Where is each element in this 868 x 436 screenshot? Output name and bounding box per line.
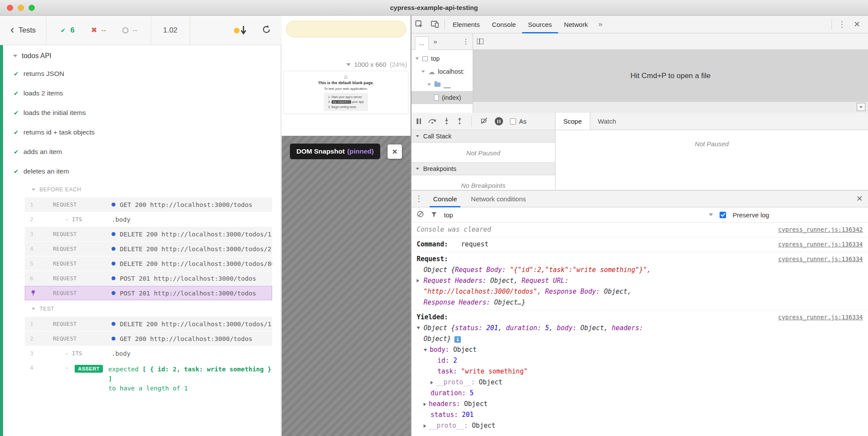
object-preview[interactable]: Object {Request Body: "{"id":2,"task":"w…	[417, 265, 772, 308]
devtools-close-icon[interactable]: ✕	[850, 20, 864, 29]
section-header-test[interactable]: TEST	[31, 304, 281, 314]
test-item[interactable]: ✔ deletes an item	[3, 161, 281, 181]
console-object-property[interactable]: body: Object	[417, 344, 772, 355]
deactivate-breakpoints-icon[interactable]	[480, 117, 488, 126]
expand-object-icon[interactable]	[417, 279, 419, 282]
devtools-tabbar: Elements Console Sources Network » ⋮ ✕	[411, 16, 868, 33]
suite-title-row[interactable]: todos API	[3, 45, 281, 64]
pinned-label: (pinned)	[347, 148, 374, 155]
tab-console[interactable]: Console	[486, 16, 522, 33]
navigator-tab[interactable]: ...	[415, 36, 429, 50]
console-source-link[interactable]: cypress_runner.js:136334	[778, 239, 863, 250]
zoom-window-button[interactable]	[29, 5, 35, 11]
tab-watch[interactable]: Watch	[590, 113, 624, 130]
url-bar[interactable]	[286, 21, 406, 37]
expand-icon[interactable]	[424, 424, 426, 428]
command-row[interactable]: 6 REQUEST POST 201 http://localhost:3000…	[25, 271, 272, 285]
info-icon[interactable]: i	[454, 336, 461, 343]
route-dot-icon	[112, 276, 115, 280]
command-row[interactable]: 3 REQUEST DELETE 200 http://localhost:30…	[25, 227, 272, 241]
house-icon: ⌂	[344, 74, 348, 79]
navigator-overflow-icon[interactable]: »	[434, 38, 437, 45]
console-toolbar: top Preserve log	[411, 207, 868, 223]
test-item[interactable]: ✔ loads the initial items	[3, 103, 281, 122]
execution-context-selector[interactable]: top	[444, 211, 713, 219]
tab-scope[interactable]: Scope	[556, 113, 590, 130]
blank-page-subheading: To test your web application:	[324, 87, 368, 91]
clear-console-icon[interactable]	[417, 210, 424, 219]
show-debugger-sidebar-icon[interactable]	[857, 103, 865, 111]
section-header-before-each[interactable]: BEFORE EACH	[31, 184, 281, 195]
async-checkbox[interactable]	[510, 118, 516, 125]
devtools-menu-icon[interactable]: ⋮	[835, 20, 849, 29]
back-to-tests-button[interactable]: ‹ Tests	[0, 16, 46, 45]
expand-icon[interactable]	[424, 403, 426, 406]
auto-scroll-icon[interactable]	[234, 25, 249, 36]
route-dot-icon	[112, 203, 115, 207]
refresh-button[interactable]	[262, 25, 271, 36]
tree-item-index-file[interactable]: (index)	[411, 91, 473, 104]
console-object-property[interactable]: __proto__: Object	[417, 377, 772, 388]
pause-script-icon[interactable]	[417, 118, 421, 124]
tree-item-top[interactable]: top	[411, 52, 473, 65]
test-item[interactable]: ✔ returns id + task objects	[3, 122, 281, 142]
object-preview[interactable]: Object {status: 201, duration: 5, body: …	[417, 323, 772, 344]
console-source-link[interactable]: cypress_runner.js:136334	[778, 254, 863, 265]
console-object-property[interactable]: headers: Object	[417, 399, 772, 410]
close-window-button[interactable]	[7, 5, 13, 11]
drawer-tab-console[interactable]: Console	[430, 190, 460, 207]
breakpoints-status: No Breakpoints	[411, 175, 555, 190]
filter-icon[interactable]	[431, 211, 437, 219]
collapse-object-icon[interactable]	[417, 327, 420, 329]
tab-sources[interactable]: Sources	[522, 16, 558, 33]
unpin-snapshot-button[interactable]: ✕	[388, 144, 402, 159]
tab-elements[interactable]: Elements	[447, 16, 486, 33]
open-file-placeholder: Hit Cmd+P to open a file	[631, 72, 710, 80]
console-source-link[interactable]: cypress_runner.js:136334	[778, 312, 863, 323]
failed-stat[interactable]: ✖ --	[91, 26, 106, 35]
command-row[interactable]: 4 REQUEST DELETE 200 http://localhost:30…	[25, 242, 272, 256]
command-row-pinned[interactable]: REQUEST POST 201 http://localhost:3000/t…	[25, 286, 272, 300]
command-row[interactable]: 2 REQUEST GET 200 http://localhost:3000/…	[25, 331, 272, 346]
minimize-window-button[interactable]	[18, 5, 24, 11]
console-object-property[interactable]: __proto__: Object	[417, 420, 772, 431]
step-into-icon[interactable]	[444, 117, 450, 126]
command-row[interactable]: 1 REQUEST GET 200 http://localhost:3000/…	[25, 197, 272, 212]
drawer-close-icon[interactable]: ✕	[853, 194, 868, 203]
drawer-tab-network-conditions[interactable]: Network conditions	[467, 190, 529, 207]
navigator-menu-icon[interactable]: ⋮	[463, 38, 469, 46]
step-over-icon[interactable]	[428, 118, 437, 125]
console-source-link[interactable]: cypress_runner.js:136342	[778, 224, 863, 235]
command-row[interactable]: 5 REQUEST DELETE 200 http://localhost:30…	[25, 256, 272, 271]
tree-item-folder[interactable]: __	[411, 78, 473, 91]
tab-network[interactable]: Network	[558, 16, 594, 33]
test-item[interactable]: ✔ returns JSON	[3, 64, 281, 83]
step-out-icon[interactable]	[457, 117, 463, 126]
async-label: As	[519, 118, 526, 125]
more-tabs-icon[interactable]: »	[594, 20, 607, 29]
preserve-log-checkbox[interactable]	[720, 212, 726, 218]
command-row[interactable]: 2 -ITS .body	[25, 212, 272, 226]
drawer-menu-icon[interactable]: ⋮	[411, 194, 426, 203]
call-stack-header[interactable]: Call Stack	[411, 130, 555, 143]
command-row-assert[interactable]: 4 - ASSERT expected [ { id: 2, task: wri…	[25, 361, 272, 396]
device-toolbar-icon[interactable]	[427, 20, 443, 29]
expand-icon[interactable]	[431, 381, 433, 384]
inspect-element-icon[interactable]	[411, 20, 427, 29]
blank-page-heading: This is the default blank page.	[318, 81, 374, 85]
pending-stat[interactable]: --	[122, 26, 137, 35]
collapse-icon[interactable]	[424, 349, 427, 351]
test-item[interactable]: ✔ adds an item	[3, 142, 281, 161]
console-object-property: duration: 5	[417, 388, 772, 399]
breakpoints-header[interactable]: Breakpoints	[411, 162, 555, 175]
command-row[interactable]: 1 REQUEST DELETE 200 http://localhost:30…	[25, 317, 272, 331]
test-report: todos API ✔ returns JSON ✔ loads 2 items…	[3, 45, 281, 436]
viewport-size-control[interactable]: 1000 x 660 (24%)	[346, 61, 407, 68]
test-item[interactable]: ✔ loads 2 items	[3, 83, 281, 103]
passed-stat[interactable]: ✔ 6	[59, 26, 74, 35]
tree-item-host[interactable]: ☁ localhost:	[411, 65, 473, 78]
command-row[interactable]: 3 -ITS .body	[25, 346, 272, 361]
pause-on-exceptions-icon[interactable]	[495, 117, 503, 125]
viewport-zoom: (24%)	[390, 61, 407, 68]
collapse-navigator-icon[interactable]	[477, 39, 483, 44]
